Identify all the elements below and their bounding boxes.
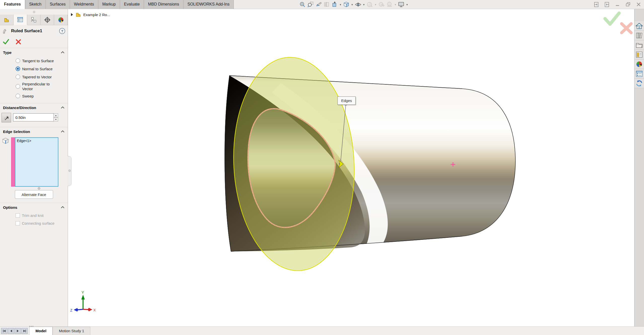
radio-circle[interactable] (16, 84, 20, 89)
edge-selection-group-header[interactable]: Edge Selection (0, 127, 68, 136)
radio-perpendicular-to-vector[interactable]: Perpendicular to Vector (0, 81, 68, 92)
view-orientation-dropdown-icon[interactable]: ▾ (351, 3, 354, 6)
ok-button[interactable] (3, 39, 10, 45)
radio-sweep[interactable]: Sweep (0, 92, 68, 100)
configuration-manager-tab-icon[interactable] (27, 15, 41, 25)
splitter-dots[interactable]: ••• (29, 325, 34, 328)
tree-expand-arrow-icon[interactable] (71, 13, 73, 16)
help-button[interactable]: ? (59, 28, 65, 34)
flyout-feature-tree[interactable]: Example 2 Ro... (71, 12, 110, 18)
collapse-chevron-icon[interactable] (61, 130, 65, 133)
normal-to-icon[interactable] (331, 1, 338, 8)
cancel-button[interactable] (15, 39, 22, 45)
tab-mbd-dimensions[interactable]: MBD Dimensions (144, 0, 183, 9)
tab-markup[interactable]: Markup (98, 0, 120, 9)
panel-top-grip[interactable] (0, 9, 68, 15)
listbox-resize-grip[interactable] (0, 187, 68, 190)
collapse-pane-left-icon[interactable] (594, 2, 599, 7)
restore-icon[interactable] (625, 2, 631, 7)
dimxpert-manager-tab-icon[interactable] (41, 15, 54, 25)
edge-list-item[interactable]: Edge<1> (17, 139, 56, 143)
zoom-to-area-icon[interactable] (307, 1, 314, 8)
tab-features[interactable]: Features (0, 0, 25, 9)
distance-direction-row: ▲ ▼ (0, 112, 68, 123)
custom-properties-icon[interactable] (634, 69, 644, 79)
distance-direction-group-header[interactable]: Distance/Direction (0, 103, 68, 112)
edit-appearance-icon[interactable] (378, 1, 385, 8)
previous-view-icon[interactable] (315, 1, 322, 8)
view-settings-dropdown-icon[interactable]: ▾ (406, 3, 408, 6)
tab-surfaces[interactable]: Surfaces (46, 0, 70, 9)
last-tab-icon[interactable] (21, 328, 28, 334)
checkbox-connecting-surface[interactable]: Connecting surface (0, 219, 68, 227)
spinner-up-icon[interactable]: ▲ (54, 113, 58, 117)
panel-splitter-handle[interactable] (68, 156, 71, 186)
previous-tab-icon[interactable] (8, 328, 14, 334)
expand-pane-right-icon[interactable] (604, 2, 610, 7)
view-settings-icon[interactable] (398, 1, 405, 8)
model-viewport-canvas[interactable]: Y X Z (68, 9, 634, 326)
display-manager-tab-icon[interactable] (54, 15, 68, 25)
reverse-direction-button[interactable] (2, 113, 11, 122)
property-manager-tab-icon[interactable] (14, 15, 27, 25)
edge-select-cube-icon (2, 137, 9, 144)
radio-circle[interactable] (16, 58, 20, 63)
tab-solidworks-addins[interactable]: SOLIDWORKS Add-Ins (183, 0, 234, 9)
feature-manager-tab-icon[interactable] (0, 15, 14, 25)
file-explorer-icon[interactable] (634, 40, 644, 50)
edge-list[interactable]: Edge<1> (15, 137, 58, 187)
minimize-icon[interactable] (615, 2, 620, 7)
type-group-header[interactable]: Type (0, 48, 68, 57)
distance-input[interactable] (13, 113, 54, 121)
alternate-face-button[interactable]: Alternate Face (15, 190, 53, 199)
display-style-icon[interactable] (355, 1, 361, 8)
grip-dot (33, 11, 35, 13)
radio-circle-selected[interactable] (16, 66, 20, 71)
spinner-down-icon[interactable]: ▼ (54, 117, 58, 121)
graphics-area[interactable]: Y X Z Example 2 Ro... Edges (68, 9, 634, 326)
checkbox-box[interactable] (16, 221, 20, 225)
hide-show-dropdown-icon[interactable]: ▾ (374, 3, 377, 6)
collapse-chevron-icon[interactable] (61, 106, 65, 109)
design-library-icon[interactable] (634, 31, 644, 40)
part-name-label[interactable]: Example 2 Ro... (83, 13, 110, 17)
confirmation-corner (605, 13, 631, 33)
tab-evaluate[interactable]: Evaluate (120, 0, 144, 9)
close-icon[interactable] (636, 2, 641, 7)
edges-callout[interactable]: Edges (337, 96, 356, 105)
confirm-ok-icon[interactable] (605, 13, 619, 24)
property-manager-header: Ruled Surface1 ? (0, 25, 68, 37)
sync-3dexperience-icon[interactable] (634, 79, 644, 88)
grip-dot (38, 187, 40, 190)
checkbox-trim-and-knit[interactable]: Trim and knit (0, 212, 68, 219)
apply-scene-icon[interactable] (386, 1, 393, 8)
radio-tangent-to-surface[interactable]: Tangent to Surface (0, 57, 68, 65)
collapse-chevron-icon[interactable] (61, 206, 65, 209)
first-tab-icon[interactable] (1, 328, 7, 334)
section-view-icon[interactable] (323, 1, 330, 8)
tab-weldments[interactable]: Weldments (70, 0, 98, 9)
solidworks-window: { "menu": { "tabs": [ {"label": "Feature… (0, 0, 644, 335)
radio-tapered-to-vector[interactable]: Tapered to Vector (0, 73, 68, 81)
motion-study-tab[interactable]: Motion Study 1 (53, 327, 90, 335)
radio-normal-to-surface[interactable]: Normal to Surface (0, 65, 68, 73)
radio-circle[interactable] (16, 94, 20, 98)
edge-selection-listbox[interactable]: Edge<1> (11, 137, 58, 187)
display-style-dropdown-icon[interactable]: ▾ (363, 3, 365, 6)
tab-sketch[interactable]: Sketch (25, 0, 46, 9)
zoom-to-fit-icon[interactable] (299, 1, 306, 8)
checkbox-box[interactable] (16, 213, 20, 218)
confirm-cancel-icon[interactable] (622, 24, 631, 33)
solidworks-resources-home-icon[interactable] (634, 21, 644, 31)
next-tab-icon[interactable] (15, 328, 21, 334)
view-palette-icon[interactable] (634, 50, 644, 59)
view-orientation-icon[interactable] (343, 1, 350, 8)
collapse-chevron-icon[interactable] (61, 51, 65, 54)
appearances-scenes-icon[interactable] (634, 59, 644, 69)
grip-dot (68, 170, 71, 172)
radio-circle[interactable] (16, 75, 20, 79)
normal-to-dropdown-icon[interactable]: ▾ (339, 3, 342, 6)
apply-scene-dropdown-icon[interactable]: ▾ (394, 3, 397, 6)
hide-show-items-icon[interactable] (366, 1, 373, 8)
options-group-header[interactable]: Options (0, 203, 68, 212)
